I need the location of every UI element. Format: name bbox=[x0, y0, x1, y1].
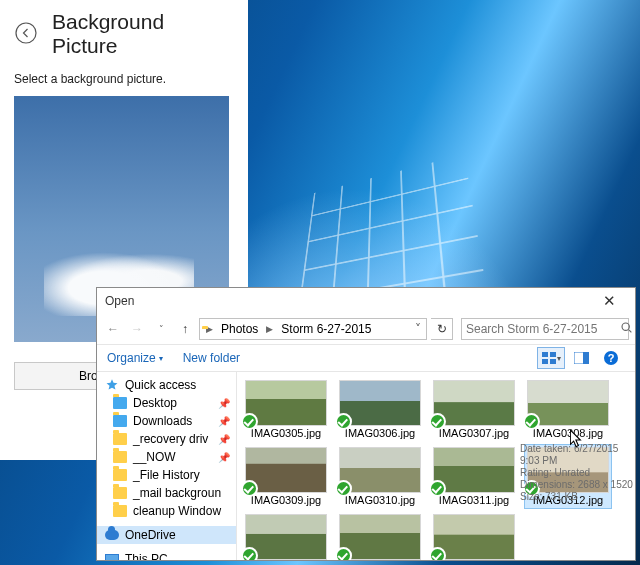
file-thumbnail bbox=[339, 380, 421, 426]
nav-recent-icon[interactable]: ˅ bbox=[151, 319, 171, 339]
file-thumbnail bbox=[245, 447, 327, 493]
folder-icon bbox=[113, 505, 127, 517]
file-thumbnail bbox=[433, 447, 515, 493]
cloud-icon bbox=[105, 530, 119, 540]
file-item[interactable]: IMAG0312.jpg bbox=[525, 445, 611, 508]
breadcrumb-seg[interactable]: Storm 6-27-2015 bbox=[277, 322, 375, 336]
svg-text:?: ? bbox=[608, 352, 615, 364]
svg-point-1 bbox=[622, 323, 629, 330]
file-item[interactable]: IMAG0308.jpg bbox=[525, 378, 611, 441]
pin-icon: 📌 bbox=[218, 398, 230, 409]
tree-mail-bg[interactable]: _mail backgroun bbox=[97, 484, 236, 502]
svg-rect-7 bbox=[583, 352, 589, 364]
folder-icon bbox=[113, 397, 127, 409]
sync-check-icon bbox=[429, 480, 446, 497]
sync-check-icon bbox=[241, 547, 258, 560]
nav-forward-icon[interactable]: → bbox=[127, 319, 147, 339]
file-name: IMAG0305.jpg bbox=[251, 427, 321, 439]
view-thumbnails-button[interactable]: ▾ bbox=[537, 347, 565, 369]
close-icon[interactable]: ✕ bbox=[591, 292, 627, 310]
nav-up-icon[interactable]: ↑ bbox=[175, 319, 195, 339]
file-thumbnail bbox=[433, 514, 515, 560]
pc-icon bbox=[105, 554, 119, 560]
file-item[interactable]: IMAG0309.jpg bbox=[243, 445, 329, 508]
back-icon[interactable] bbox=[14, 21, 38, 48]
chevron-down-icon: ▾ bbox=[557, 354, 561, 363]
sync-check-icon bbox=[241, 413, 258, 430]
file-name: IMAG0309.jpg bbox=[251, 494, 321, 506]
nav-back-icon[interactable]: ← bbox=[103, 319, 123, 339]
tree-now[interactable]: __NOW📌 bbox=[97, 448, 236, 466]
sync-check-icon bbox=[335, 413, 352, 430]
sync-check-icon bbox=[429, 547, 446, 560]
file-grid: IMAG0305.jpgIMAG0306.jpgIMAG0307.jpgIMAG… bbox=[237, 372, 635, 560]
file-item[interactable]: IMAG0314.jpg bbox=[337, 512, 423, 560]
dialog-title: Open bbox=[105, 294, 134, 308]
panel-subtitle: Select a background picture. bbox=[14, 72, 234, 86]
folder-icon bbox=[113, 469, 127, 481]
file-thumbnail bbox=[433, 380, 515, 426]
chevron-down-icon[interactable]: ˅ bbox=[412, 322, 424, 336]
folder-icon bbox=[113, 433, 127, 445]
file-name: IMAG0310.jpg bbox=[345, 494, 415, 506]
file-thumbnail bbox=[339, 447, 421, 493]
file-name: IMAG0312.jpg bbox=[533, 494, 603, 506]
pin-icon: 📌 bbox=[218, 452, 230, 463]
tree-desktop[interactable]: Desktop📌 bbox=[97, 394, 236, 412]
svg-point-0 bbox=[16, 23, 36, 43]
file-name: IMAG0308.jpg bbox=[533, 427, 603, 439]
navigation-tree: Quick access Desktop📌 Downloads📌 _recove… bbox=[97, 372, 237, 560]
tree-this-pc[interactable]: This PC bbox=[97, 550, 236, 560]
file-item[interactable]: IMAG0315.jpg bbox=[431, 512, 517, 560]
file-name: IMAG0311.jpg bbox=[439, 494, 509, 506]
pin-icon: 📌 bbox=[218, 434, 230, 445]
folder-icon bbox=[113, 451, 127, 463]
file-item[interactable]: IMAG0310.jpg bbox=[337, 445, 423, 508]
tree-file-history[interactable]: _File History bbox=[97, 466, 236, 484]
panel-title: Background Picture bbox=[52, 10, 234, 58]
folder-icon bbox=[113, 415, 127, 427]
tree-downloads[interactable]: Downloads📌 bbox=[97, 412, 236, 430]
search-box[interactable] bbox=[461, 318, 629, 340]
file-name: IMAG0306.jpg bbox=[345, 427, 415, 439]
chevron-right-icon[interactable]: ▶ bbox=[264, 324, 275, 334]
sync-check-icon bbox=[335, 480, 352, 497]
sync-check-icon bbox=[241, 480, 258, 497]
file-thumbnail bbox=[245, 514, 327, 560]
svg-rect-4 bbox=[542, 359, 548, 364]
file-item[interactable]: IMAG0306.jpg bbox=[337, 378, 423, 441]
file-item[interactable]: IMAG0307.jpg bbox=[431, 378, 517, 441]
address-bar[interactable]: ▶ Photos ▶ Storm 6-27-2015 ˅ bbox=[199, 318, 427, 340]
preview-pane-button[interactable] bbox=[567, 347, 595, 369]
svg-rect-2 bbox=[542, 352, 548, 357]
chevron-down-icon: ▾ bbox=[159, 354, 163, 363]
file-item[interactable]: IMAG0305.jpg bbox=[243, 378, 329, 441]
new-folder-button[interactable]: New folder bbox=[183, 351, 240, 365]
sync-check-icon bbox=[523, 480, 540, 497]
sync-check-icon bbox=[335, 547, 352, 560]
refresh-icon[interactable]: ↻ bbox=[431, 318, 453, 340]
file-name: IMAG0307.jpg bbox=[439, 427, 509, 439]
organize-button[interactable]: Organize ▾ bbox=[107, 351, 163, 365]
breadcrumb-seg[interactable]: Photos bbox=[217, 322, 262, 336]
tree-cleanup[interactable]: cleanup Window bbox=[97, 502, 236, 520]
file-thumbnail bbox=[339, 514, 421, 560]
folder-icon bbox=[113, 487, 127, 499]
file-item[interactable]: IMAG0311.jpg bbox=[431, 445, 517, 508]
tree-recovery[interactable]: _recovery driv📌 bbox=[97, 430, 236, 448]
file-thumbnail bbox=[527, 447, 609, 493]
tree-quick-access[interactable]: Quick access bbox=[97, 376, 236, 394]
file-open-dialog: Open ✕ ← → ˅ ↑ ▶ Photos ▶ Storm 6-27-201… bbox=[96, 287, 636, 561]
file-thumbnail bbox=[527, 380, 609, 426]
help-button[interactable]: ? bbox=[597, 347, 625, 369]
search-icon[interactable] bbox=[620, 321, 633, 337]
svg-rect-5 bbox=[550, 359, 556, 364]
file-thumbnail bbox=[245, 380, 327, 426]
svg-rect-3 bbox=[550, 352, 556, 357]
sync-check-icon bbox=[429, 413, 446, 430]
sync-check-icon bbox=[523, 413, 540, 430]
file-item[interactable]: IMAG0313.jpg bbox=[243, 512, 329, 560]
pin-icon: 📌 bbox=[218, 416, 230, 427]
tree-onedrive[interactable]: OneDrive bbox=[97, 526, 236, 544]
search-input[interactable] bbox=[466, 322, 616, 336]
